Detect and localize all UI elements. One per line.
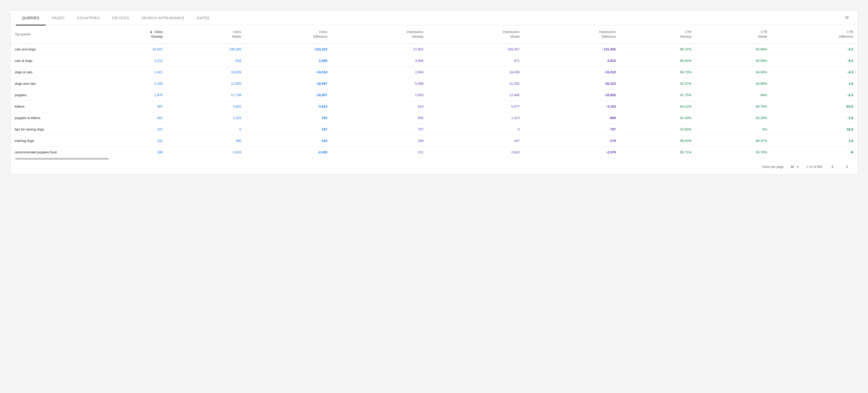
table-row[interactable]: recommended puppies food1982,633-2,43523…	[11, 146, 857, 158]
col-header-clicks-desktop[interactable]: Clicks Desktop	[83, 25, 167, 44]
cell-query: puppies	[11, 89, 83, 101]
cell-ctr-diff: -1.8	[771, 112, 857, 123]
table-row[interactable]: puppies & kittens4621,225-7635051,313-80…	[11, 112, 857, 123]
cell-query: puppies & kittens	[11, 112, 83, 123]
rows-per-page-select[interactable]: 10	[790, 165, 800, 169]
cell-impr-desktop: 757	[332, 123, 428, 135]
table-row[interactable]: tips for raising dogs2470247757075732.63…	[11, 123, 857, 135]
cell-ctr-diff: -8	[771, 146, 857, 158]
cell-impr-diff: -2,579	[524, 146, 620, 158]
cell-impr-diff: -131,455	[524, 44, 620, 55]
tab-search-appearance[interactable]: SEARCH APPEARANCE	[135, 11, 191, 25]
table-row[interactable]: kittens5874,402-3,8159145,077-4,16364.22…	[11, 101, 857, 112]
cell-ctr-diff: -4.3	[771, 44, 857, 55]
tab-queries[interactable]: QUERIES	[16, 11, 46, 25]
pagination-range: 1-10 of 568	[806, 165, 822, 169]
cell-clicks-desktop: 2,158	[83, 78, 167, 89]
cell-ctr-mobile: 94.06%	[695, 66, 771, 78]
cell-impr-desktop: 3,594	[332, 55, 428, 66]
col-header-clicks-mobile[interactable]: ClicksMobile	[167, 25, 246, 44]
table-row[interactable]: dogs and cats2,15812,855-10,6975,06931,3…	[11, 78, 857, 89]
cell-clicks-desktop: 24,937	[83, 44, 167, 55]
cell-impr-diff: -808	[524, 112, 620, 123]
cell-ctr-desktop: 89.73%	[620, 66, 695, 78]
cell-clicks-diff: -2,435	[246, 146, 332, 158]
cell-clicks-desktop: 2,421	[83, 66, 167, 78]
table-row[interactable]: puppies1,67911,736-10,0571,83012,485-10,…	[11, 89, 857, 101]
cell-impr-mobile: 159,357	[428, 44, 524, 55]
cell-clicks-diff: 2,585	[246, 55, 332, 66]
cell-clicks-desktop: 462	[83, 112, 167, 123]
tab-pages[interactable]: PAGES	[46, 11, 71, 25]
col-header-impr-diff[interactable]: ImpressionsDifference	[524, 25, 620, 44]
table-scroll[interactable]: Top queries Clicks Desktop	[11, 25, 857, 158]
tab-countries[interactable]: COUNTRIES	[71, 11, 106, 25]
cell-clicks-desktop: 247	[83, 123, 167, 135]
tab-devices[interactable]: DEVICES	[106, 11, 135, 25]
chevron-left-icon	[830, 164, 835, 170]
next-page-button[interactable]	[843, 163, 851, 171]
cell-clicks-mobile: 0	[167, 123, 246, 135]
cell-impr-diff: -15,310	[524, 66, 620, 78]
cell-clicks-desktop: 587	[83, 101, 167, 112]
col-header-impr-mobile[interactable]: ImpressionsMobile	[428, 25, 524, 44]
cell-impr-diff: 2,923	[524, 55, 620, 66]
table-row[interactable]: cats and dogs24,937149,260-124,32327,902…	[11, 44, 857, 55]
cell-clicks-diff: -154	[246, 135, 332, 146]
col-header-impr-desktop[interactable]: ImpressionsDesktop	[332, 25, 428, 44]
col-header-clicks-diff[interactable]: ClicksDifference	[246, 25, 332, 44]
cell-clicks-mobile: 12,855	[167, 78, 246, 89]
cell-impr-desktop: 2,698	[332, 66, 428, 78]
cell-impr-desktop: 27,902	[332, 44, 428, 55]
horizontal-scrollbar[interactable]	[11, 158, 857, 160]
cell-ctr-mobile: 86.70%	[695, 101, 771, 112]
cell-impr-mobile: 18,008	[428, 66, 524, 78]
cell-clicks-desktop: 3,213	[83, 55, 167, 66]
cell-impr-desktop: 231	[332, 146, 428, 158]
cell-ctr-diff: 1.6	[771, 78, 857, 89]
cell-clicks-desktop: 198	[83, 146, 167, 158]
performance-table-card: QUERIES PAGES COUNTRIES DEVICES SEARCH A…	[10, 10, 858, 174]
cell-clicks-mobile: 16,939	[167, 66, 246, 78]
cell-ctr-diff: -22.5	[771, 101, 857, 112]
cell-ctr-diff: 1.6	[771, 135, 857, 146]
col-header-query[interactable]: Top queries	[11, 25, 83, 44]
col-header-ctr-desktop[interactable]: CTRDesktop	[620, 25, 695, 44]
prev-page-button[interactable]	[828, 163, 837, 171]
table-row[interactable]: cats & dogs3,2136282,5853,5946712,92389.…	[11, 55, 857, 66]
cell-clicks-diff: 247	[246, 123, 332, 135]
table-row[interactable]: training dogs241395-154268447-17989.93%8…	[11, 135, 857, 146]
table-row[interactable]: dogs & cats2,42116,939-14,5182,69818,008…	[11, 66, 857, 78]
cell-clicks-mobile: 2,633	[167, 146, 246, 158]
cell-clicks-mobile: 1,225	[167, 112, 246, 123]
cell-ctr-mobile: 93.70%	[695, 146, 771, 158]
rows-per-page-label: Rows per page:	[762, 165, 784, 169]
tab-dates[interactable]: DATES	[191, 11, 216, 25]
cell-impr-mobile: 2,810	[428, 146, 524, 158]
col-header-ctr-mobile[interactable]: CTRMobile	[695, 25, 771, 44]
cell-ctr-mobile: 93.30%	[695, 112, 771, 123]
cell-ctr-mobile: 0%	[695, 123, 771, 135]
table-pagination: Rows per page: 10 1-10 of 568	[11, 160, 857, 174]
cell-ctr-mobile: 93.59%	[695, 55, 771, 66]
cell-clicks-mobile: 4,402	[167, 101, 246, 112]
cell-clicks-diff: -14,518	[246, 66, 332, 78]
cell-ctr-desktop: 91.49%	[620, 112, 695, 123]
cell-ctr-desktop: 32.63%	[620, 123, 695, 135]
cell-clicks-mobile: 395	[167, 135, 246, 146]
cell-impr-desktop: 268	[332, 135, 428, 146]
cell-clicks-diff: -10,697	[246, 78, 332, 89]
filter-button[interactable]	[842, 13, 852, 23]
cell-impr-mobile: 12,485	[428, 89, 524, 101]
col-header-ctr-diff[interactable]: CTRDifference	[771, 25, 857, 44]
dropdown-icon	[795, 165, 800, 169]
cell-impr-diff: -4,163	[524, 101, 620, 112]
cell-clicks-desktop: 1,679	[83, 89, 167, 101]
cell-ctr-diff: -4.2	[771, 55, 857, 66]
cell-clicks-mobile: 149,260	[167, 44, 246, 55]
cell-query: kittens	[11, 101, 83, 112]
cell-query: recommended puppies food	[11, 146, 83, 158]
cell-ctr-diff: -4.3	[771, 66, 857, 78]
cell-clicks-diff: -3,815	[246, 101, 332, 112]
filter-icon	[844, 15, 849, 21]
